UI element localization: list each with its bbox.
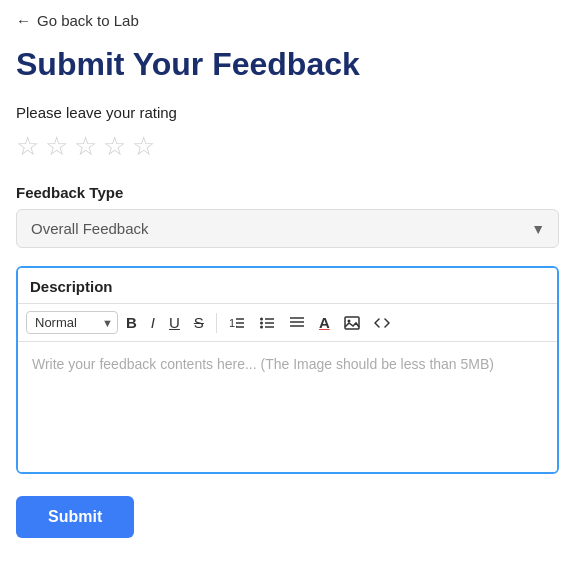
star-4[interactable]: ☆ <box>103 131 126 162</box>
feedback-type-select[interactable]: Overall Feedback Bug Report Feature Requ… <box>16 209 559 248</box>
back-arrow-icon: ← <box>16 12 31 29</box>
align-button[interactable] <box>283 311 311 335</box>
editor-body[interactable]: Write your feedback contents here... (Th… <box>18 342 557 472</box>
rating-label: Please leave your rating <box>16 104 559 121</box>
editor-placeholder: Write your feedback contents here... (Th… <box>32 356 494 372</box>
underline-button[interactable]: U <box>163 310 186 335</box>
feedback-type-label: Feedback Type <box>16 184 559 201</box>
code-button[interactable] <box>368 311 396 335</box>
unordered-list-icon <box>259 315 275 331</box>
text-color-button[interactable]: A <box>313 310 336 335</box>
image-button[interactable] <box>338 311 366 335</box>
svg-point-14 <box>347 319 350 322</box>
svg-point-4 <box>260 317 263 320</box>
back-to-lab-link[interactable]: ← Go back to Lab <box>16 12 559 29</box>
format-select[interactable]: Normal Heading 1 Heading 2 Heading 3 <box>26 311 118 334</box>
feedback-type-section: Feedback Type Overall Feedback Bug Repor… <box>16 184 559 248</box>
image-icon <box>344 315 360 331</box>
rating-section: Please leave your rating ☆ ☆ ☆ ☆ ☆ <box>16 104 559 162</box>
stars-row: ☆ ☆ ☆ ☆ ☆ <box>16 131 559 162</box>
strikethrough-button[interactable]: S <box>188 310 210 335</box>
code-icon <box>374 315 390 331</box>
back-link-label: Go back to Lab <box>37 12 139 29</box>
italic-button[interactable]: I <box>145 310 161 335</box>
svg-point-6 <box>260 325 263 328</box>
page-title: Submit Your Feedback <box>16 47 559 82</box>
star-2[interactable]: ☆ <box>45 131 68 162</box>
unordered-list-button[interactable] <box>253 311 281 335</box>
description-container: Description Normal Heading 1 Heading 2 H… <box>16 266 559 474</box>
align-icon <box>289 315 305 331</box>
svg-point-5 <box>260 321 263 324</box>
bold-button[interactable]: B <box>120 310 143 335</box>
submit-button[interactable]: Submit <box>16 496 134 538</box>
description-label: Description <box>18 268 557 303</box>
ordered-list-button[interactable]: 1. <box>223 311 251 335</box>
feedback-type-select-wrapper: Overall Feedback Bug Report Feature Requ… <box>16 209 559 248</box>
star-5[interactable]: ☆ <box>132 131 155 162</box>
ordered-list-icon: 1. <box>229 315 245 331</box>
toolbar-divider-1 <box>216 313 217 333</box>
star-3[interactable]: ☆ <box>74 131 97 162</box>
format-select-wrapper: Normal Heading 1 Heading 2 Heading 3 ▼ <box>26 311 118 334</box>
editor-toolbar: Normal Heading 1 Heading 2 Heading 3 ▼ B… <box>18 303 557 342</box>
star-1[interactable]: ☆ <box>16 131 39 162</box>
